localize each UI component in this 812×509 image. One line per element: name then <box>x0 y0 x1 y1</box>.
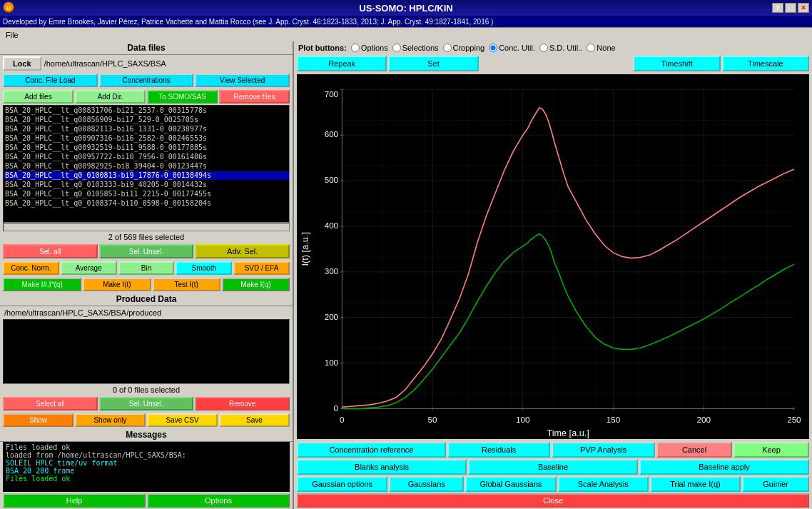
minimize-btn[interactable]: ? <box>772 3 783 13</box>
add-files-btn[interactable]: Add files <box>3 90 73 104</box>
average-btn[interactable]: Average <box>61 261 117 275</box>
radio-none[interactable] <box>587 44 595 52</box>
show-btn[interactable]: Show <box>3 413 73 427</box>
set-btn[interactable]: Set <box>388 56 478 71</box>
baseline-btn[interactable]: Baseline <box>468 459 638 475</box>
make-ihq-btn[interactable]: Make I#,I*(q) <box>3 278 81 291</box>
file-item-7[interactable]: BSA_20_HPLC__lt_q0_0100813-bi9_17876-0_0… <box>4 171 289 180</box>
maximize-btn[interactable]: □ <box>785 3 796 13</box>
lock-row: Lock /home/ultrascan/HPLC_SAXS/BSA <box>0 55 293 72</box>
keep-btn[interactable]: Keep <box>734 442 809 458</box>
data-files-header: Data files <box>0 41 293 55</box>
repeak-btn[interactable]: Repeak <box>297 56 387 71</box>
gaussian-options-btn[interactable]: Gaussian options <box>297 476 387 492</box>
radio-sd[interactable] <box>539 44 548 52</box>
sel-row: Sel. all Sel. Unsel. Adv. Sel. <box>0 243 293 260</box>
svd-efa-btn[interactable]: SVD / EFA <box>233 261 290 275</box>
file-list-hscroll[interactable] <box>3 223 290 231</box>
test-it-btn[interactable]: Test I(t) <box>153 278 220 291</box>
file-item-1[interactable]: BSA_20_HPLC__lt_q00856909-bi17_529-0_002… <box>4 115 289 124</box>
radio-selections-label[interactable]: Selections <box>392 44 439 52</box>
make-row: Make I#,I*(q) Make I(t) Test I(t) Make I… <box>0 276 293 293</box>
to-somo-btn[interactable]: To SOMO/SAS <box>147 90 218 104</box>
make-iq-btn[interactable]: Make I(q) <box>222 278 290 291</box>
radio-conc[interactable] <box>489 44 497 52</box>
timescale-btn[interactable]: Timescale <box>722 56 809 71</box>
bin-btn[interactable]: Bin <box>118 261 175 275</box>
msg-3: BSA_20_280_frame <box>6 467 287 475</box>
produced-data-header: Produced Data <box>0 293 293 306</box>
chart-container: 0 100 200 300 400 500 600 700 <box>297 74 809 439</box>
radio-options[interactable] <box>351 44 360 52</box>
file-item-5[interactable]: BSA_20_HPLC__lt_q00957722-bi10_7956-0_00… <box>4 152 289 161</box>
view-selected-btn[interactable]: View Selected <box>195 74 290 87</box>
global-gaussians-btn[interactable]: Global Gaussians <box>465 476 556 492</box>
close-row: Close <box>297 493 809 508</box>
msg-0: Files loaded ok <box>6 443 287 451</box>
radio-sd-label[interactable]: S.D. Util.. <box>539 44 582 52</box>
file-item-4[interactable]: BSA_20_HPLC__lt_q00932519-bi11_9588-0_00… <box>4 143 289 152</box>
guinier-btn[interactable]: Guinier <box>742 476 809 492</box>
sel-all-btn[interactable]: Sel. all <box>3 244 98 258</box>
adv-sel-btn[interactable]: Adv. Sel. <box>195 244 290 258</box>
close-btn[interactable]: Close <box>297 493 809 508</box>
svg-text:200: 200 <box>325 312 339 321</box>
window-title: US-SOMO: HPLC/KIN <box>359 3 452 14</box>
sel-unsel2-btn[interactable]: Sel. Unsel. <box>99 397 194 410</box>
sel-unsel-btn[interactable]: Sel. Unsel. <box>99 244 194 258</box>
radio-conc-label[interactable]: Conc. Util. <box>489 44 535 52</box>
radio-none-label[interactable]: None <box>587 44 615 52</box>
remove-btn[interactable]: Remove <box>195 397 290 410</box>
produced-file-list[interactable] <box>3 319 290 384</box>
smooth-btn[interactable]: Smooth <box>176 261 232 275</box>
radio-cropping-label[interactable]: Cropping <box>443 44 485 52</box>
file-list[interactable]: BSA_20_HPLC__lt_q00831706-bi21_2537-0_00… <box>3 105 290 223</box>
lock-button[interactable]: Lock <box>3 56 41 71</box>
add-files-row: Add files Add Dir. To SOMO/SAS Remove fi… <box>0 89 293 105</box>
blanks-analysis-btn[interactable]: Blanks analysis <box>297 459 467 475</box>
pvp-analysis-btn[interactable]: PVP Analysis <box>552 442 655 458</box>
radio-cropping[interactable] <box>443 44 452 52</box>
menu-file[interactable]: File <box>0 29 24 41</box>
show-row: Show Show only Save CSV Save <box>0 412 293 428</box>
make-it-btn[interactable]: Make I(t) <box>83 278 151 291</box>
file-item-3[interactable]: BSA_20_HPLC__lt_q00907316-bi16_2582-0_00… <box>4 133 289 143</box>
show-only-btn[interactable]: Show only <box>75 413 146 427</box>
save-csv-btn[interactable]: Save CSV <box>147 413 218 427</box>
radio-options-label[interactable]: Options <box>351 44 388 52</box>
file-item-2[interactable]: BSA_20_HPLC__lt_q00882113-bi16_1331-0_00… <box>4 124 289 133</box>
messages-header: Messages <box>0 428 293 442</box>
add-dir-btn[interactable]: Add Dir. <box>75 90 146 104</box>
file-item-10[interactable]: BSA_20_HPLC__lt_q0_0108374-bi10_0598-0_0… <box>4 198 289 208</box>
file-item-6[interactable]: BSA_20_HPLC__lt_q00982925-bi8_39404-0_00… <box>4 161 289 171</box>
baseline-apply-btn[interactable]: Baseline apply <box>639 459 809 475</box>
close-window-btn[interactable]: ✕ <box>798 3 809 13</box>
radio-selections[interactable] <box>392 44 401 52</box>
trial-make-iq-btn[interactable]: Trial make I(q) <box>650 476 741 492</box>
timeshift-btn[interactable]: Timeshift <box>633 56 720 71</box>
svg-text:600: 600 <box>325 129 339 138</box>
help-btn[interactable]: Help <box>3 493 146 508</box>
cancel-btn[interactable]: Cancel <box>656 442 732 458</box>
messages-area: Files loaded ok loaded from /home/ultras… <box>3 442 290 492</box>
svg-text:250: 250 <box>787 415 801 424</box>
concentrations-btn[interactable]: Concentrations <box>99 74 194 87</box>
file-item-9[interactable]: BSA_20_HPLC__lt_q0_0105853-bi11_2215-0_0… <box>4 189 289 198</box>
concentration-reference-btn[interactable]: Concentration reference <box>297 442 446 458</box>
msg-4: Files loaded ok <box>6 475 287 483</box>
select-all-btn[interactable]: Select all <box>3 397 98 410</box>
save-btn[interactable]: Save <box>219 413 290 427</box>
x-axis-label: Time [a.u.] <box>547 428 589 438</box>
remove-files-btn[interactable]: Remove files <box>219 90 290 104</box>
options-btn[interactable]: Options <box>147 493 290 508</box>
residuals-btn[interactable]: Residuals <box>447 442 551 458</box>
file-item-0[interactable]: BSA_20_HPLC__lt_q00831706-bi21_2537-0_00… <box>4 106 289 115</box>
scale-analysis-btn[interactable]: Scale Analysis <box>558 476 649 492</box>
produced-sel-row: Select all Sel. Unsel. Remove <box>0 395 293 412</box>
file-item-8[interactable]: BSA_20_HPLC__lt_q0_0103333-bi9_40205-0_0… <box>4 180 289 189</box>
conc-norm-btn[interactable]: Conc. Norm. <box>3 261 59 275</box>
conc-file-load-btn[interactable]: Conc. File Load <box>3 74 98 87</box>
bottom-row-3: Gaussian options Gaussians Global Gaussi… <box>297 476 809 492</box>
msg-2: SOLEIL HPLC time/uv format <box>6 459 287 467</box>
gaussians-btn[interactable]: Gaussians <box>389 476 464 492</box>
